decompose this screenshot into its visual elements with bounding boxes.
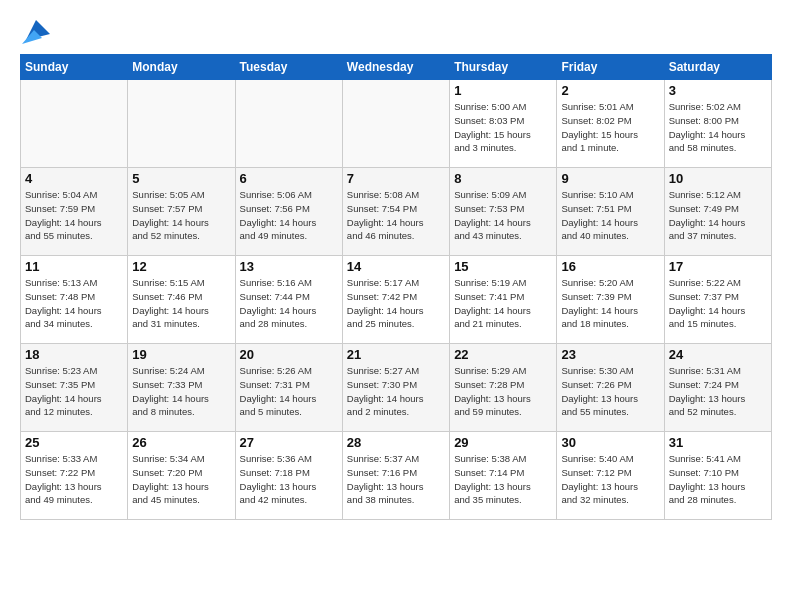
day-info: Sunrise: 5:17 AM Sunset: 7:42 PM Dayligh… xyxy=(347,276,445,331)
day-cell: 18Sunrise: 5:23 AM Sunset: 7:35 PM Dayli… xyxy=(21,344,128,432)
day-cell: 26Sunrise: 5:34 AM Sunset: 7:20 PM Dayli… xyxy=(128,432,235,520)
day-cell: 3Sunrise: 5:02 AM Sunset: 8:00 PM Daylig… xyxy=(664,80,771,168)
day-number: 2 xyxy=(561,83,659,98)
day-cell: 31Sunrise: 5:41 AM Sunset: 7:10 PM Dayli… xyxy=(664,432,771,520)
day-info: Sunrise: 5:00 AM Sunset: 8:03 PM Dayligh… xyxy=(454,100,552,155)
day-cell xyxy=(342,80,449,168)
day-cell: 14Sunrise: 5:17 AM Sunset: 7:42 PM Dayli… xyxy=(342,256,449,344)
day-cell: 28Sunrise: 5:37 AM Sunset: 7:16 PM Dayli… xyxy=(342,432,449,520)
day-cell: 11Sunrise: 5:13 AM Sunset: 7:48 PM Dayli… xyxy=(21,256,128,344)
col-header-friday: Friday xyxy=(557,55,664,80)
logo xyxy=(20,16,50,44)
day-number: 18 xyxy=(25,347,123,362)
day-cell: 12Sunrise: 5:15 AM Sunset: 7:46 PM Dayli… xyxy=(128,256,235,344)
day-cell: 19Sunrise: 5:24 AM Sunset: 7:33 PM Dayli… xyxy=(128,344,235,432)
day-number: 4 xyxy=(25,171,123,186)
day-number: 10 xyxy=(669,171,767,186)
day-cell: 30Sunrise: 5:40 AM Sunset: 7:12 PM Dayli… xyxy=(557,432,664,520)
header-row: SundayMondayTuesdayWednesdayThursdayFrid… xyxy=(21,55,772,80)
day-number: 9 xyxy=(561,171,659,186)
day-info: Sunrise: 5:34 AM Sunset: 7:20 PM Dayligh… xyxy=(132,452,230,507)
day-number: 14 xyxy=(347,259,445,274)
day-cell: 7Sunrise: 5:08 AM Sunset: 7:54 PM Daylig… xyxy=(342,168,449,256)
day-cell: 15Sunrise: 5:19 AM Sunset: 7:41 PM Dayli… xyxy=(450,256,557,344)
day-info: Sunrise: 5:05 AM Sunset: 7:57 PM Dayligh… xyxy=(132,188,230,243)
day-info: Sunrise: 5:13 AM Sunset: 7:48 PM Dayligh… xyxy=(25,276,123,331)
day-number: 20 xyxy=(240,347,338,362)
day-cell: 10Sunrise: 5:12 AM Sunset: 7:49 PM Dayli… xyxy=(664,168,771,256)
day-info: Sunrise: 5:04 AM Sunset: 7:59 PM Dayligh… xyxy=(25,188,123,243)
logo-icon xyxy=(22,16,50,44)
day-number: 6 xyxy=(240,171,338,186)
day-number: 16 xyxy=(561,259,659,274)
day-cell: 23Sunrise: 5:30 AM Sunset: 7:26 PM Dayli… xyxy=(557,344,664,432)
day-number: 3 xyxy=(669,83,767,98)
day-cell: 27Sunrise: 5:36 AM Sunset: 7:18 PM Dayli… xyxy=(235,432,342,520)
day-number: 26 xyxy=(132,435,230,450)
day-cell: 4Sunrise: 5:04 AM Sunset: 7:59 PM Daylig… xyxy=(21,168,128,256)
day-number: 11 xyxy=(25,259,123,274)
day-cell: 6Sunrise: 5:06 AM Sunset: 7:56 PM Daylig… xyxy=(235,168,342,256)
day-info: Sunrise: 5:15 AM Sunset: 7:46 PM Dayligh… xyxy=(132,276,230,331)
day-info: Sunrise: 5:06 AM Sunset: 7:56 PM Dayligh… xyxy=(240,188,338,243)
day-info: Sunrise: 5:40 AM Sunset: 7:12 PM Dayligh… xyxy=(561,452,659,507)
col-header-saturday: Saturday xyxy=(664,55,771,80)
day-cell: 20Sunrise: 5:26 AM Sunset: 7:31 PM Dayli… xyxy=(235,344,342,432)
day-number: 31 xyxy=(669,435,767,450)
day-number: 1 xyxy=(454,83,552,98)
day-cell: 21Sunrise: 5:27 AM Sunset: 7:30 PM Dayli… xyxy=(342,344,449,432)
day-info: Sunrise: 5:24 AM Sunset: 7:33 PM Dayligh… xyxy=(132,364,230,419)
day-cell: 22Sunrise: 5:29 AM Sunset: 7:28 PM Dayli… xyxy=(450,344,557,432)
day-cell xyxy=(235,80,342,168)
day-info: Sunrise: 5:16 AM Sunset: 7:44 PM Dayligh… xyxy=(240,276,338,331)
day-cell: 13Sunrise: 5:16 AM Sunset: 7:44 PM Dayli… xyxy=(235,256,342,344)
day-number: 7 xyxy=(347,171,445,186)
day-number: 13 xyxy=(240,259,338,274)
day-number: 24 xyxy=(669,347,767,362)
col-header-wednesday: Wednesday xyxy=(342,55,449,80)
day-info: Sunrise: 5:33 AM Sunset: 7:22 PM Dayligh… xyxy=(25,452,123,507)
day-cell xyxy=(21,80,128,168)
day-number: 17 xyxy=(669,259,767,274)
day-info: Sunrise: 5:29 AM Sunset: 7:28 PM Dayligh… xyxy=(454,364,552,419)
week-row-2: 4Sunrise: 5:04 AM Sunset: 7:59 PM Daylig… xyxy=(21,168,772,256)
day-cell: 2Sunrise: 5:01 AM Sunset: 8:02 PM Daylig… xyxy=(557,80,664,168)
day-info: Sunrise: 5:23 AM Sunset: 7:35 PM Dayligh… xyxy=(25,364,123,419)
col-header-thursday: Thursday xyxy=(450,55,557,80)
day-cell: 8Sunrise: 5:09 AM Sunset: 7:53 PM Daylig… xyxy=(450,168,557,256)
day-number: 5 xyxy=(132,171,230,186)
day-info: Sunrise: 5:30 AM Sunset: 7:26 PM Dayligh… xyxy=(561,364,659,419)
day-info: Sunrise: 5:38 AM Sunset: 7:14 PM Dayligh… xyxy=(454,452,552,507)
col-header-monday: Monday xyxy=(128,55,235,80)
day-number: 23 xyxy=(561,347,659,362)
day-cell: 29Sunrise: 5:38 AM Sunset: 7:14 PM Dayli… xyxy=(450,432,557,520)
day-number: 12 xyxy=(132,259,230,274)
day-cell: 24Sunrise: 5:31 AM Sunset: 7:24 PM Dayli… xyxy=(664,344,771,432)
day-number: 30 xyxy=(561,435,659,450)
day-number: 19 xyxy=(132,347,230,362)
day-info: Sunrise: 5:22 AM Sunset: 7:37 PM Dayligh… xyxy=(669,276,767,331)
day-cell: 9Sunrise: 5:10 AM Sunset: 7:51 PM Daylig… xyxy=(557,168,664,256)
day-info: Sunrise: 5:31 AM Sunset: 7:24 PM Dayligh… xyxy=(669,364,767,419)
day-number: 21 xyxy=(347,347,445,362)
calendar-table: SundayMondayTuesdayWednesdayThursdayFrid… xyxy=(20,54,772,520)
day-number: 8 xyxy=(454,171,552,186)
day-info: Sunrise: 5:36 AM Sunset: 7:18 PM Dayligh… xyxy=(240,452,338,507)
col-header-tuesday: Tuesday xyxy=(235,55,342,80)
day-info: Sunrise: 5:41 AM Sunset: 7:10 PM Dayligh… xyxy=(669,452,767,507)
day-number: 25 xyxy=(25,435,123,450)
day-number: 29 xyxy=(454,435,552,450)
day-info: Sunrise: 5:20 AM Sunset: 7:39 PM Dayligh… xyxy=(561,276,659,331)
week-row-1: 1Sunrise: 5:00 AM Sunset: 8:03 PM Daylig… xyxy=(21,80,772,168)
week-row-3: 11Sunrise: 5:13 AM Sunset: 7:48 PM Dayli… xyxy=(21,256,772,344)
day-info: Sunrise: 5:01 AM Sunset: 8:02 PM Dayligh… xyxy=(561,100,659,155)
day-info: Sunrise: 5:10 AM Sunset: 7:51 PM Dayligh… xyxy=(561,188,659,243)
day-info: Sunrise: 5:26 AM Sunset: 7:31 PM Dayligh… xyxy=(240,364,338,419)
day-info: Sunrise: 5:08 AM Sunset: 7:54 PM Dayligh… xyxy=(347,188,445,243)
day-info: Sunrise: 5:09 AM Sunset: 7:53 PM Dayligh… xyxy=(454,188,552,243)
day-cell: 25Sunrise: 5:33 AM Sunset: 7:22 PM Dayli… xyxy=(21,432,128,520)
week-row-4: 18Sunrise: 5:23 AM Sunset: 7:35 PM Dayli… xyxy=(21,344,772,432)
day-cell: 16Sunrise: 5:20 AM Sunset: 7:39 PM Dayli… xyxy=(557,256,664,344)
day-info: Sunrise: 5:12 AM Sunset: 7:49 PM Dayligh… xyxy=(669,188,767,243)
day-number: 28 xyxy=(347,435,445,450)
